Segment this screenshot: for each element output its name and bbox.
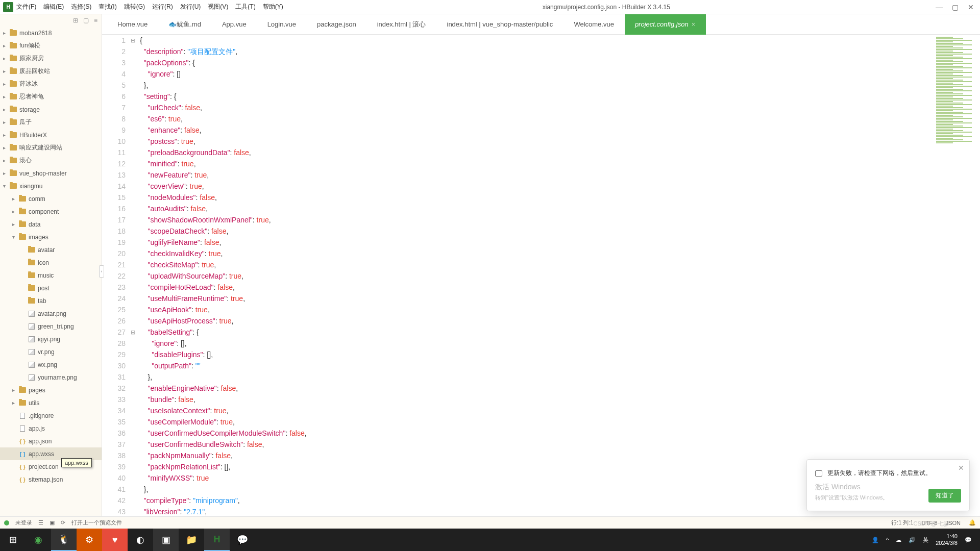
tree-item[interactable]: ▸data <box>0 218 102 231</box>
list-icon[interactable]: ☰ <box>38 519 43 526</box>
tree-item[interactable]: iqiyi.png <box>0 333 102 345</box>
taskbar-edge-icon[interactable]: ◉ <box>26 529 51 551</box>
tree-arrow-icon[interactable]: ▸ <box>3 43 9 48</box>
code-body[interactable]: { "description": "项目配置文件", "packOptions"… <box>138 35 934 516</box>
tree-item[interactable]: ▸vue_shop-master <box>0 167 102 180</box>
menu-item[interactable]: 视图(V) <box>208 3 228 11</box>
tree-item[interactable]: .gitignore <box>0 409 102 422</box>
tree-arrow-icon[interactable]: ▸ <box>12 209 18 214</box>
maximize-icon[interactable]: ▢ <box>952 3 959 11</box>
tree-item[interactable]: yourname.png <box>0 371 102 384</box>
terminal-icon[interactable]: ▣ <box>50 519 55 526</box>
tab-close-icon[interactable]: × <box>692 21 695 28</box>
close-icon[interactable]: ✕ <box>968 3 974 11</box>
new-file-icon[interactable]: ⊞ <box>73 17 78 24</box>
tree-item[interactable]: ▸HBuilderX <box>0 129 102 141</box>
editor-tab[interactable]: Home.vue <box>107 14 158 35</box>
tree-arrow-icon[interactable]: ▾ <box>12 234 18 240</box>
collapse-icon[interactable]: ≡ <box>94 17 97 24</box>
tray-onedrive-icon[interactable]: ☁ <box>896 537 901 543</box>
new-folder-icon[interactable]: ▢ <box>83 17 89 24</box>
editor-tab[interactable]: project.config.json× <box>625 14 706 35</box>
tray-ime[interactable]: 英 <box>923 536 928 544</box>
tree-arrow-icon[interactable]: ▸ <box>3 170 9 176</box>
tree-arrow-icon[interactable]: ▸ <box>3 132 9 138</box>
tree-arrow-icon[interactable]: ▸ <box>3 119 9 125</box>
tray-volume-icon[interactable]: 🔊 <box>909 537 916 543</box>
taskbar-wechat-icon[interactable]: 💬 <box>230 529 255 551</box>
tree-item[interactable]: app.js <box>0 422 102 435</box>
tray-up-icon[interactable]: ^ <box>886 537 889 543</box>
editor-tab[interactable]: Welcome.vue <box>564 14 625 35</box>
tree-item[interactable]: music <box>0 269 102 282</box>
notifications-icon[interactable]: 🔔 <box>969 519 976 526</box>
tree-item[interactable]: { }sitemap.json <box>0 473 102 486</box>
menu-item[interactable]: 查找(I) <box>99 3 116 11</box>
tree-arrow-icon[interactable]: ▸ <box>3 56 9 61</box>
login-status-icon[interactable] <box>4 520 9 525</box>
tree-item[interactable]: wx.png <box>0 358 102 371</box>
tree-item[interactable]: ▸薛冰冰 <box>0 78 102 90</box>
tree-item[interactable]: ▸component <box>0 205 102 218</box>
tree-item[interactable]: ▸瓜子 <box>0 116 102 129</box>
tree-arrow-icon[interactable]: ▸ <box>3 81 9 87</box>
tree-item[interactable]: ▸storage <box>0 103 102 116</box>
tree-item[interactable]: post <box>0 282 102 294</box>
taskbar-heart-icon[interactable]: ♥ <box>102 529 128 551</box>
tree-arrow-icon[interactable]: ▸ <box>12 221 18 227</box>
start-button[interactable]: ⊞ <box>0 529 26 551</box>
taskbar-qq-icon[interactable]: 🐧 <box>51 529 77 551</box>
minimize-icon[interactable]: — <box>936 3 943 11</box>
tree-arrow-icon[interactable]: ▸ <box>12 387 18 393</box>
tree-item[interactable]: ▸fun倾松 <box>0 39 102 52</box>
menu-item[interactable]: 文件(F) <box>16 3 36 11</box>
sidebar-collapse-handle[interactable]: ‹ <box>99 265 104 278</box>
menu-item[interactable]: 运行(R) <box>152 3 173 11</box>
menu-item[interactable]: 跳转(G) <box>124 3 145 11</box>
menu-item[interactable]: 发行(U) <box>180 3 201 11</box>
minimap[interactable] <box>934 35 980 516</box>
taskbar-settings-icon[interactable]: ⚙ <box>77 529 102 551</box>
tree-item[interactable]: ▸pages <box>0 384 102 396</box>
toast-close-icon[interactable]: ✕ <box>958 464 964 472</box>
tree-item[interactable]: avatar <box>0 243 102 256</box>
taskbar-hbuilder-icon[interactable]: H <box>204 529 230 551</box>
tree-arrow-icon[interactable]: ▸ <box>3 94 9 99</box>
editor-tab[interactable]: package.json <box>307 14 367 35</box>
tree-item[interactable]: { }app.json <box>0 435 102 447</box>
menu-item[interactable]: 编辑(E) <box>43 3 64 11</box>
tray-clock[interactable]: 1:40 2024/3/8 <box>936 533 958 546</box>
tree-item[interactable]: ▾xiangmu <box>0 180 102 192</box>
editor-tab[interactable]: 🐟鱿鱼.md <box>158 14 212 35</box>
tree-arrow-icon[interactable]: ▸ <box>3 68 9 74</box>
tree-arrow-icon[interactable]: ▸ <box>12 400 18 406</box>
tree-item[interactable]: ▾images <box>0 231 102 243</box>
editor-tab[interactable]: Login.vue <box>257 14 307 35</box>
tree-item[interactable]: vr.png <box>0 345 102 358</box>
tree-arrow-icon[interactable]: ▾ <box>3 183 9 189</box>
code-editor[interactable]: 1234567891011121314151617181920212223242… <box>102 35 980 516</box>
tree-arrow-icon[interactable]: ▸ <box>3 30 9 36</box>
tree-item[interactable]: ▸comm <box>0 192 102 205</box>
tree-item[interactable]: ▸滚心 <box>0 154 102 167</box>
tree-item[interactable]: ▸原家厨房 <box>0 52 102 65</box>
menu-item[interactable]: 选择(S) <box>71 3 91 11</box>
tree-arrow-icon[interactable]: ▸ <box>3 145 9 151</box>
editor-tab[interactable]: index.html | vue_shop-master/public <box>437 14 564 35</box>
editor-tab[interactable]: App.vue <box>212 14 257 35</box>
tree-arrow-icon[interactable]: ▸ <box>3 107 9 112</box>
project-explorer[interactable]: ⊞ ▢ ≡ ▸moban2618▸fun倾松▸原家厨房▸废品回收站▸薛冰冰▸忍者… <box>0 14 102 516</box>
preview-icon[interactable]: ⟳ <box>61 519 65 526</box>
tree-arrow-icon[interactable]: ▸ <box>12 196 18 202</box>
tree-item[interactable]: ▸utils <box>0 396 102 409</box>
menu-item[interactable]: 工具(T) <box>235 3 255 11</box>
tree-item[interactable]: ▸moban2618 <box>0 27 102 39</box>
tray-people-icon[interactable]: 👤 <box>872 537 879 543</box>
taskbar-explorer-icon[interactable]: 📁 <box>179 529 204 551</box>
tree-item[interactable]: icon <box>0 256 102 269</box>
tree-item[interactable]: ▸忍者神龟 <box>0 90 102 103</box>
login-status-text[interactable]: 未登录 <box>15 519 32 527</box>
tree-item[interactable]: tab <box>0 294 102 307</box>
tree-arrow-icon[interactable]: ▸ <box>3 158 9 163</box>
editor-tab[interactable]: index.html | 滚心 <box>367 14 437 35</box>
